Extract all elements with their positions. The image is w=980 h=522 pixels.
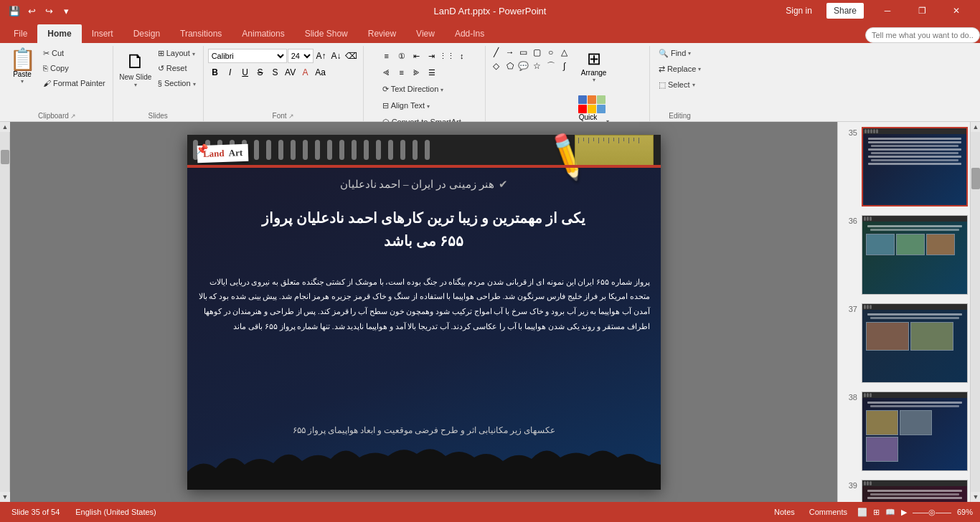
replace-arrow[interactable]: ▾ — [698, 66, 701, 72]
tab-design[interactable]: Design — [123, 24, 170, 43]
shape-connector[interactable]: ⌒ — [545, 60, 557, 72]
paste-button[interactable]: 📋 Paste ▾ — [6, 46, 39, 93]
align-right-button[interactable]: ⫸ — [410, 65, 424, 80]
close-button[interactable]: ✕ — [940, 0, 973, 22]
find-button[interactable]: 🔍 Find ▾ — [654, 46, 705, 60]
view-slide-sorter-icon[interactable]: ⊞ — [873, 508, 880, 517]
text-shadow-button[interactable]: S — [268, 65, 283, 80]
tab-animations[interactable]: Animations — [232, 24, 294, 43]
slide-subtitle[interactable]: ✔ هنر زمینی در ایران – احمد نادعلیان — [187, 178, 661, 191]
shape-line[interactable]: ╱ — [490, 46, 503, 59]
slide-info[interactable]: Slide 35 of 54 — [7, 506, 64, 518]
slide-caption[interactable]: عکسهای زیر مکانیابی اثر و طرح فرضی موقعی… — [187, 425, 661, 436]
text-direction-button[interactable]: ⟳ Text Direction ▾ — [380, 82, 447, 96]
tab-transitions[interactable]: Transitions — [170, 24, 232, 43]
section-button[interactable]: § Section ▾ — [155, 76, 199, 90]
redo-icon[interactable]: ↪ — [42, 4, 56, 18]
shape-rect[interactable]: ▭ — [517, 46, 530, 59]
layout-button[interactable]: ⊞ Layout ▾ — [155, 46, 199, 60]
find-arrow[interactable]: ▾ — [688, 50, 691, 57]
tab-insert[interactable]: Insert — [82, 24, 123, 43]
arrange-arrow[interactable]: ▾ — [593, 77, 595, 83]
scroll-down-button[interactable]: ▼ — [971, 492, 980, 502]
justify-button[interactable]: ☰ — [425, 65, 439, 80]
decrease-font-button[interactable]: A↓ — [329, 49, 344, 63]
numbering-button[interactable]: ① — [395, 49, 409, 63]
shape-oval[interactable]: ○ — [545, 46, 557, 59]
left-scroll-thumb[interactable] — [1, 150, 9, 164]
decrease-indent-button[interactable]: ⇤ — [410, 49, 424, 63]
slide-body-text[interactable]: پرواز شماره ۶۵۵ ایران این نمونه ای از قر… — [198, 275, 650, 335]
new-slide-button[interactable]: 🗋 New Slide ▾ — [118, 46, 154, 93]
select-arrow[interactable]: ▾ — [692, 82, 695, 88]
columns-button[interactable]: ⋮⋮ — [440, 49, 454, 63]
scroll-up-arrow[interactable]: ▲ — [0, 122, 10, 132]
paste-dropdown-arrow[interactable]: ▾ — [21, 78, 24, 85]
tell-me-input[interactable] — [865, 27, 980, 43]
copy-button[interactable]: ⎘ Copy — [40, 61, 108, 75]
strikethrough-button[interactable]: S — [253, 65, 268, 80]
shape-pentagon[interactable]: ⬠ — [504, 60, 517, 72]
increase-font-button[interactable]: A↑ — [314, 49, 329, 63]
change-case-button[interactable]: Aa — [314, 65, 328, 80]
line-spacing-button[interactable]: ↕ — [455, 49, 469, 63]
thumbnail-38[interactable]: 38 — [842, 390, 966, 473]
restore-button[interactable]: ❐ — [905, 0, 938, 22]
tab-addins[interactable]: Add-Ins — [445, 24, 494, 43]
cut-button[interactable]: ✂ Cut — [40, 46, 108, 60]
clear-format-button[interactable]: ⌫ — [344, 49, 359, 63]
slide-panel[interactable]: Land Art 📌 ✏️ — [10, 122, 837, 502]
shape-callout[interactable]: 💬 — [517, 60, 530, 72]
scroll-thumb[interactable] — [971, 168, 980, 189]
zoom-slider[interactable]: ——◎—— — [913, 508, 951, 517]
minimize-button[interactable]: ─ — [871, 0, 904, 22]
clipboard-expand-icon[interactable]: ↗ — [70, 113, 76, 120]
thumbnail-39[interactable]: 39 — [842, 478, 966, 502]
slide-main-title[interactable]: یکی از مهمترین و زیبا ترین کارهای احمد ن… — [187, 207, 661, 252]
view-slideshow-icon[interactable]: ▶ — [901, 508, 907, 517]
sign-in-button[interactable]: Sign in — [778, 3, 819, 19]
italic-button[interactable]: I — [223, 65, 237, 80]
increase-indent-button[interactable]: ⇥ — [425, 49, 439, 63]
bold-button[interactable]: B — [208, 65, 222, 80]
bullets-button[interactable]: ≡ — [380, 49, 394, 63]
save-icon[interactable]: 💾 — [7, 4, 22, 18]
comments-button[interactable]: Comments — [805, 506, 852, 518]
new-slide-arrow[interactable]: ▾ — [134, 82, 137, 88]
scroll-up-button[interactable]: ▲ — [971, 122, 980, 132]
font-size-select[interactable]: 24 — [288, 49, 314, 63]
tab-home[interactable]: Home — [37, 24, 81, 43]
reset-button[interactable]: ↺ Reset — [155, 61, 199, 75]
tab-slideshow[interactable]: Slide Show — [295, 24, 358, 43]
language-indicator[interactable]: English (United States) — [71, 506, 161, 518]
char-spacing-button[interactable]: AV — [283, 65, 298, 80]
tab-file[interactable]: File — [4, 24, 37, 43]
customize-qat-icon[interactable]: ▾ — [59, 4, 73, 18]
view-normal-icon[interactable]: ⬜ — [857, 508, 867, 517]
font-family-select[interactable]: Calibri — [208, 49, 287, 63]
font-expand-icon[interactable]: ↗ — [288, 113, 294, 120]
shape-curve[interactable]: ∫ — [558, 60, 571, 72]
thumbnail-37[interactable]: 37 — [842, 302, 966, 384]
underline-button[interactable]: U — [238, 65, 253, 80]
thumbnail-35[interactable]: 35 — [842, 125, 966, 208]
arrange-button[interactable]: ⊞ Arrange ▾ — [578, 46, 611, 93]
tab-view[interactable]: View — [406, 24, 445, 43]
shape-arrow[interactable]: → — [504, 46, 517, 59]
align-text-button[interactable]: ⊟ Align Text ▾ — [380, 98, 433, 113]
shape-diamond[interactable]: ◇ — [490, 60, 503, 72]
share-button[interactable]: Share — [826, 3, 864, 19]
select-button[interactable]: ⬚ Select ▾ — [654, 77, 705, 92]
align-center-button[interactable]: ≡ — [395, 65, 409, 80]
thumbnail-36[interactable]: 36 — [842, 214, 966, 296]
replace-button[interactable]: ⇄ Replace ▾ — [654, 62, 705, 76]
format-painter-button[interactable]: 🖌 Format Painter — [40, 76, 108, 90]
notes-button[interactable]: Notes — [770, 506, 799, 518]
tab-review[interactable]: Review — [358, 24, 406, 43]
shape-triangle[interactable]: △ — [558, 46, 571, 59]
slide-container[interactable]: Land Art 📌 ✏️ — [187, 135, 661, 490]
shape-rounded-rect[interactable]: ▢ — [531, 46, 544, 59]
align-left-button[interactable]: ⫷ — [380, 65, 394, 80]
undo-icon[interactable]: ↩ — [24, 4, 39, 18]
scroll-down-arrow[interactable]: ▼ — [0, 492, 10, 502]
